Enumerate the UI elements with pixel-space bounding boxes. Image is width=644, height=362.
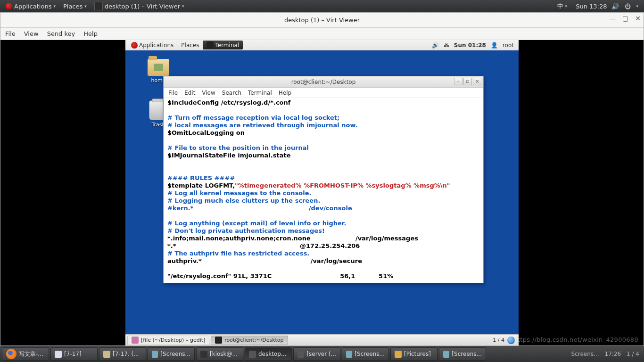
power-icon[interactable]: ⏻ xyxy=(624,2,631,10)
firefox-icon xyxy=(6,349,17,359)
vm-icon xyxy=(249,351,256,358)
virt-title: desktop (1) – Virt Viewer xyxy=(284,16,360,24)
maximize-button[interactable]: ▫ xyxy=(463,78,472,85)
host-apps-label: Applications xyxy=(14,3,51,10)
ime-switcher[interactable]: 中 ▾ xyxy=(553,2,571,10)
volume-icon[interactable]: 🔊 xyxy=(611,2,619,10)
host-clock[interactable]: Sun 13:28 xyxy=(576,3,607,10)
taskbar-item[interactable]: root@client:~/Desktop xyxy=(211,336,288,345)
taskbar-item-label: [Screens... xyxy=(160,351,190,357)
guest-user[interactable]: root xyxy=(503,42,514,49)
terminal-icon xyxy=(215,337,222,344)
fold-icon xyxy=(395,351,402,358)
host-taskbar-item[interactable]: 写文章-... xyxy=(2,347,49,361)
vm-icon xyxy=(297,351,304,358)
terminal-icon xyxy=(206,41,214,49)
terminal-editor-body[interactable]: $IncludeConfig /etc/rsyslog.d/*.conf # T… xyxy=(164,98,483,283)
taskbar-item-label: [Screens... xyxy=(355,351,385,357)
taskbar-item-label: 写文章-... xyxy=(19,350,43,358)
host-taskbar-item[interactable]: [Pictures] xyxy=(390,347,438,361)
chevron-down-icon: ▾ xyxy=(53,4,56,8)
guest-apps-label: Applications xyxy=(139,42,173,49)
host-apps-menu[interactable]: Applications ▾ xyxy=(2,0,59,12)
host-taskbar-item[interactable]: desktop... xyxy=(245,347,292,361)
guest-top-panel: Applications Places Terminal 🔊 🖧 Sun 01:… xyxy=(125,40,519,50)
guest-desktop[interactable]: Applications Places Terminal 🔊 🖧 Sun 01:… xyxy=(125,40,519,346)
redhat-icon xyxy=(131,42,138,49)
pager-label[interactable]: 1 / 4 xyxy=(493,337,504,343)
virt-viewer-menubar: File View Send key Help xyxy=(0,28,644,40)
guest-terminal-label: Terminal xyxy=(215,42,239,49)
menu-help[interactable]: Help xyxy=(279,90,291,96)
host-active-app[interactable]: desktop (1) – Virt Viewer ▾ xyxy=(91,0,188,12)
virt-viewer-titlebar[interactable]: desktop (1) – Virt Viewer — ▢ ✕ xyxy=(0,13,644,28)
guest-clock[interactable]: Sun 01:28 xyxy=(454,42,486,49)
chevron-down-icon: ▾ xyxy=(84,4,87,8)
ime-label: 中 xyxy=(557,2,563,10)
tray-item[interactable]: Screens... xyxy=(571,351,599,357)
virtviewer-icon xyxy=(94,2,103,10)
minimize-button[interactable]: — xyxy=(609,15,616,22)
host-taskbar-item[interactable]: [server (... xyxy=(293,347,340,361)
taskbar-item-label: root@client:~/Desktop xyxy=(224,337,283,343)
redhat-icon xyxy=(6,3,12,9)
host-places-label: Places xyxy=(63,3,83,10)
host-top-panel: Applications ▾ Places ▾ desktop (1) – Vi… xyxy=(0,0,644,12)
menu-file[interactable]: File xyxy=(168,90,178,96)
show-desktop-icon[interactable] xyxy=(507,337,515,344)
taskbar-item-label: [server (... xyxy=(306,351,336,357)
menu-search[interactable]: Search xyxy=(222,90,241,96)
menu-view[interactable]: View xyxy=(202,90,215,96)
terminal-menubar: File Edit View Search Terminal Help xyxy=(164,88,483,98)
volume-icon[interactable]: 🔊 xyxy=(432,42,439,49)
menu-view[interactable]: View xyxy=(24,30,39,37)
taskbar-item-label: [file (~/Desktop) – gedit] xyxy=(141,337,205,343)
taskbar-item-label: [Screens... xyxy=(452,351,482,357)
host-taskbar: 写文章-...[7-17][7-17. (...[Screens...[kios… xyxy=(0,346,644,362)
minimize-button[interactable]: – xyxy=(454,78,462,85)
host-active-app-label: desktop (1) – Virt Viewer xyxy=(105,3,180,10)
chevron-down-icon: ▾ xyxy=(182,4,184,8)
network-icon[interactable]: 🖧 xyxy=(444,42,449,49)
chevron-down-icon: ▾ xyxy=(565,4,568,8)
img-icon xyxy=(443,351,449,358)
taskbar-item-label: [7-17. (... xyxy=(113,351,139,357)
host-taskbar-item[interactable]: [Screens... xyxy=(148,347,195,361)
guest-places-menu[interactable]: Places xyxy=(177,42,203,49)
taskbar-item[interactable]: [file (~/Desktop) – gedit] xyxy=(127,336,209,345)
host-taskbar-item[interactable]: [7-17] xyxy=(50,347,98,361)
menu-file[interactable]: File xyxy=(5,30,16,37)
menu-help[interactable]: Help xyxy=(83,30,98,37)
menu-sendkey[interactable]: Send key xyxy=(47,30,75,37)
img-icon xyxy=(346,351,352,358)
terminal-window[interactable]: root@client:~/Desktop – ▫ × File Edit Vi… xyxy=(163,76,484,283)
vm-framebuffer[interactable]: Applications Places Terminal 🔊 🖧 Sun 01:… xyxy=(0,40,644,346)
menu-edit[interactable]: Edit xyxy=(184,90,195,96)
tray-item[interactable]: 1 / 4 xyxy=(627,351,639,357)
guest-terminal-app[interactable]: Terminal xyxy=(203,41,243,49)
chevron-down-icon: ▾ xyxy=(636,4,638,8)
taskbar-item-label: [kiosk@... xyxy=(210,351,238,357)
maximize-button[interactable]: ▢ xyxy=(622,15,628,22)
host-taskbar-item[interactable]: [kiosk@... xyxy=(196,347,243,361)
host-taskbar-item[interactable]: [Screens... xyxy=(342,347,389,361)
taskbar-item-label: desktop... xyxy=(258,351,286,357)
host-taskbar-item[interactable]: [7-17. (... xyxy=(99,347,146,361)
close-button[interactable]: ✕ xyxy=(635,15,641,22)
tray-item[interactable]: 17:26 xyxy=(604,351,621,357)
guest-places-label: Places xyxy=(181,42,199,49)
menu-terminal[interactable]: Terminal xyxy=(248,90,272,96)
terminal-titlebar[interactable]: root@client:~/Desktop – ▫ × xyxy=(164,76,483,88)
img-icon xyxy=(152,351,158,358)
guest-apps-menu[interactable]: Applications xyxy=(127,42,177,49)
virt-viewer-window: desktop (1) – Virt Viewer — ▢ ✕ File Vie… xyxy=(0,12,644,346)
host-places-menu[interactable]: Places ▾ xyxy=(59,0,91,12)
vim-status-line: "/etc/rsyslog.conf" 91L, 3371C 56,1 51% xyxy=(167,272,479,280)
editor-content: $IncludeConfig /etc/rsyslog.d/*.conf # T… xyxy=(167,99,479,272)
terminal-title: root@client:~/Desktop xyxy=(291,79,356,85)
close-button[interactable]: × xyxy=(473,78,481,85)
guest-bottom-panel: [file (~/Desktop) – gedit]root@client:~/… xyxy=(125,334,519,346)
home-icon xyxy=(154,64,163,71)
host-taskbar-item[interactable]: [Screens... xyxy=(439,347,486,361)
gedit-icon xyxy=(132,337,139,344)
